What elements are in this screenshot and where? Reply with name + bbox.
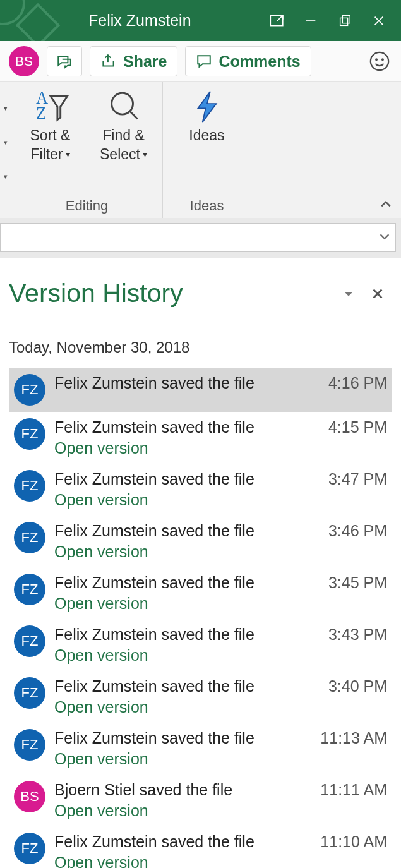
version-message: Felix Zumstein saved the file	[54, 522, 323, 540]
version-message: Felix Zumstein saved the file	[54, 677, 323, 696]
ribbon-spacer	[251, 82, 401, 218]
sort-filter-button[interactable]: A Z Sort &Filter▾	[16, 86, 85, 164]
ribbon-left-dropdowns: ▾ ▾ ▾	[0, 82, 11, 218]
svg-point-6	[371, 52, 388, 70]
version-avatar: FZ	[14, 522, 45, 553]
version-message: Felix Zumstein saved the file	[54, 418, 323, 437]
find-select-button[interactable]: Find &Select▾	[89, 86, 159, 164]
version-message: Felix Zumstein saved the file	[54, 470, 323, 488]
ribbon-display-options-button[interactable]	[260, 0, 294, 41]
open-version-link[interactable]: Open version	[54, 750, 387, 768]
ribbon-group-label: Editing	[11, 198, 162, 218]
version-avatar: FZ	[14, 374, 45, 406]
version-time: 3:47 PM	[323, 470, 387, 488]
open-version-link[interactable]: Open version	[54, 594, 387, 613]
ribbon-group-ideas: Ideas Ideas	[163, 82, 251, 218]
version-row[interactable]: FZFelix Zumstein saved the file4:15 PMOp…	[9, 412, 392, 464]
titlebar: Felix Zumstein	[0, 0, 401, 41]
svg-point-7	[376, 59, 377, 60]
version-row[interactable]: FZFelix Zumstein saved the file11:13 AMO…	[9, 723, 392, 775]
version-body: Felix Zumstein saved the file11:10 AMOpe…	[54, 833, 387, 868]
version-avatar: BS	[14, 781, 45, 812]
version-message: Bjoern Stiel saved the file	[54, 781, 315, 799]
version-time: 11:10 AM	[315, 833, 387, 851]
open-version-link[interactable]: Open version	[54, 646, 387, 665]
version-avatar: FZ	[14, 729, 45, 761]
version-row[interactable]: FZFelix Zumstein saved the file3:43 PMOp…	[9, 619, 392, 671]
ribbon-group-editing: A Z Sort &Filter▾ Find &Select▾ Editing	[11, 82, 163, 218]
comments-button[interactable]: Comments	[185, 46, 311, 76]
ribbon-dropdown-1[interactable]: ▾	[0, 104, 11, 112]
pane-options-button[interactable]	[334, 287, 363, 301]
version-avatar: FZ	[14, 833, 45, 864]
version-avatar: FZ	[14, 418, 45, 450]
version-body: Felix Zumstein saved the file4:15 PMOpen…	[54, 418, 387, 457]
ideas-button[interactable]: Ideas	[172, 86, 242, 145]
formula-bar[interactable]	[0, 223, 396, 252]
version-message: Felix Zumstein saved the file	[54, 729, 315, 747]
version-row[interactable]: FZFelix Zumstein saved the file4:16 PM	[9, 368, 392, 412]
version-time: 3:43 PM	[323, 625, 387, 644]
pane-title: Version History	[9, 279, 334, 308]
open-version-link[interactable]: Open version	[54, 491, 387, 509]
profile-avatar[interactable]: BS	[9, 46, 39, 76]
svg-rect-2	[340, 18, 348, 25]
version-row[interactable]: FZFelix Zumstein saved the file3:45 PMOp…	[9, 567, 392, 619]
version-avatar: FZ	[14, 677, 45, 709]
lightning-icon	[189, 88, 225, 125]
share-button[interactable]: Share	[90, 46, 177, 76]
version-body: Felix Zumstein saved the file3:40 PMOpen…	[54, 677, 387, 716]
version-row[interactable]: BSBjoern Stiel saved the file11:11 AMOpe…	[9, 775, 392, 826]
search-icon	[105, 88, 142, 125]
close-window-button[interactable]	[362, 0, 396, 41]
pane-close-button[interactable]	[363, 287, 392, 301]
ribbon-dropdown-2[interactable]: ▾	[0, 138, 11, 147]
smiley-icon	[369, 51, 390, 72]
date-heading: Today, November 30, 2018	[9, 339, 392, 356]
ribbon-group-label: Ideas	[163, 198, 251, 218]
version-row[interactable]: FZFelix Zumstein saved the file3:47 PMOp…	[9, 464, 392, 515]
version-row[interactable]: FZFelix Zumstein saved the file11:10 AMO…	[9, 826, 392, 868]
formula-bar-area	[0, 218, 401, 258]
share-icon	[100, 53, 117, 69]
version-body: Felix Zumstein saved the file3:46 PMOpen…	[54, 522, 387, 561]
version-avatar: FZ	[14, 625, 45, 657]
version-row[interactable]: FZFelix Zumstein saved the file3:46 PMOp…	[9, 515, 392, 567]
open-version-link[interactable]: Open version	[54, 439, 387, 457]
ribbon: ▾ ▾ ▾ A Z Sort &Filter▾ Find &Select▾ Ed…	[0, 82, 401, 218]
comments-label: Comments	[218, 52, 300, 71]
chat-button[interactable]	[47, 46, 82, 76]
version-avatar: FZ	[14, 470, 45, 502]
maximize-button[interactable]	[328, 0, 362, 41]
version-history-pane: Version History Today, November 30, 2018…	[0, 258, 401, 868]
version-time: 4:15 PM	[323, 418, 387, 437]
expand-formula-bar-button[interactable]	[378, 229, 392, 246]
open-version-link[interactable]: Open version	[54, 698, 387, 716]
feedback-button[interactable]	[367, 49, 392, 74]
ribbon-dropdown-3[interactable]: ▾	[0, 172, 11, 181]
version-body: Felix Zumstein saved the file3:47 PMOpen…	[54, 470, 387, 509]
minimize-button[interactable]	[294, 0, 328, 41]
svg-marker-13	[345, 292, 353, 296]
version-time: 4:16 PM	[323, 374, 387, 392]
version-body: Felix Zumstein saved the file3:45 PMOpen…	[54, 574, 387, 613]
version-body: Felix Zumstein saved the file4:16 PM	[54, 374, 387, 392]
svg-text:Z: Z	[36, 104, 46, 123]
sort-filter-icon: A Z	[32, 88, 69, 125]
open-version-link[interactable]: Open version	[54, 802, 387, 820]
svg-rect-3	[342, 15, 350, 23]
version-body: Felix Zumstein saved the file3:43 PMOpen…	[54, 625, 387, 665]
version-message: Felix Zumstein saved the file	[54, 574, 323, 592]
version-message: Felix Zumstein saved the file	[54, 374, 323, 392]
svg-point-8	[382, 59, 383, 60]
open-version-link[interactable]: Open version	[54, 543, 387, 561]
svg-point-11	[111, 93, 133, 114]
version-time: 3:45 PM	[323, 574, 387, 592]
comment-icon	[196, 53, 212, 69]
svg-line-12	[129, 111, 137, 119]
version-message: Felix Zumstein saved the file	[54, 625, 323, 644]
version-time: 11:13 AM	[315, 729, 387, 747]
collapse-ribbon-button[interactable]	[380, 198, 392, 214]
version-row[interactable]: FZFelix Zumstein saved the file3:40 PMOp…	[9, 671, 392, 723]
open-version-link[interactable]: Open version	[54, 853, 387, 868]
